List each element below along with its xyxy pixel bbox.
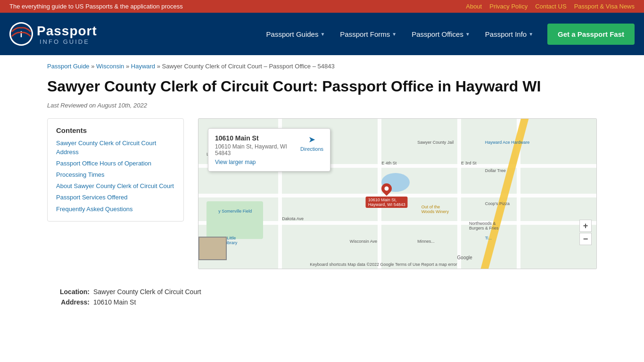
toc-link-processing[interactable]: Processing Times [56, 171, 105, 178]
address-value: 10610 Main St [93, 298, 136, 306]
main-content: Contents Sawyer County Clerk of Circuit … [0, 114, 644, 279]
map-popup-info: 10610 Main St 10610 Main St, Hayward, WI… [215, 134, 296, 165]
street-label-dakota: Dakota Ave [282, 216, 304, 221]
chevron-down-icon: ▼ [392, 32, 396, 37]
top-link-news[interactable]: Passport & Visa News [574, 3, 635, 10]
nav-bar: i Passport INFO GUIDE Passport Guides ▼ … [0, 13, 644, 55]
location-label: Location: [47, 288, 90, 296]
map-marker-area: 10610 Main St,Hayward, WI 54843 [381, 183, 392, 194]
top-bar-tagline: The everything guide to US Passports & t… [9, 3, 183, 10]
poi-somerville: y Somerville Field [218, 209, 252, 214]
nav-passport-info[interactable]: Passport Info ▼ [479, 26, 540, 42]
breadcrumb-hayward[interactable]: Hayward [131, 63, 155, 70]
logo-text-wrap: Passport INFO GUIDE [37, 24, 97, 45]
nav-passport-guides[interactable]: Passport Guides ▼ [260, 26, 332, 42]
road-vertical [457, 119, 461, 269]
list-item: About Sawyer County Clerk of Circuit Cou… [56, 182, 175, 190]
toc-link-services[interactable]: Passport Services Offered [56, 194, 128, 201]
cta-get-passport[interactable]: Get a Passport Fast [547, 24, 635, 45]
top-link-about[interactable]: About [466, 3, 482, 10]
chevron-down-icon: ▼ [320, 32, 325, 37]
logo-info-text: INFO GUIDE [40, 39, 97, 45]
zoom-in-button[interactable]: + [579, 220, 592, 232]
map-address-bubble: 10610 Main St,Hayward, WI 54843 [366, 197, 408, 208]
logo-icon: i [9, 22, 33, 46]
list-item: Frequently Asked Questions [56, 205, 175, 214]
toc-title: Contents [56, 126, 175, 134]
park-area [206, 201, 263, 239]
info-section: Location: Sawyer County Clerk of Circuit… [0, 279, 644, 318]
nav-passport-forms[interactable]: Passport Forms ▼ [333, 26, 403, 42]
breadcrumb-passport-guide[interactable]: Passport Guide [47, 63, 90, 70]
street-label-wisconsin: Wisconsin Ave [350, 239, 377, 244]
address-label: Address: [47, 298, 90, 306]
chevron-down-icon: ▼ [465, 32, 470, 37]
toc-link-faq[interactable]: Frequently Asked Questions [56, 206, 133, 213]
location-value: Sawyer County Clerk of Circuit Court [93, 288, 201, 296]
map-attribution: Keyboard shortcuts Map data ©2022 Google… [310, 262, 457, 267]
breadcrumb-wisconsin[interactable]: Wisconsin [96, 63, 124, 70]
top-link-privacy[interactable]: Privacy Policy [489, 3, 528, 10]
breadcrumb-current: Sawyer County Clerk of Circuit Court – P… [162, 63, 335, 70]
list-item: Processing Times [56, 171, 175, 179]
poi-ace-hardware: Hayward Ace Hardware [485, 140, 530, 145]
nav-passport-offices[interactable]: Passport Offices ▼ [405, 26, 477, 42]
poi-hayward: Ti... [485, 236, 492, 240]
map-marker [380, 181, 394, 196]
toc-link-address[interactable]: Sawyer County Clerk of Circuit Court Add… [56, 140, 156, 155]
map-popup-title: 10610 Main St [215, 134, 296, 142]
breadcrumb: Passport Guide » Wisconsin » Hayward » S… [47, 63, 597, 70]
main-nav: Passport Guides ▼ Passport Forms ▼ Passp… [260, 24, 635, 45]
list-item: Sawyer County Clerk of Circuit Court Add… [56, 139, 175, 156]
map-zoom-controls: + − [579, 220, 592, 245]
poi-winery: Out of theWoods Winery [421, 205, 449, 214]
poi-sawyer-jail: Sawyer County Jail [417, 140, 454, 145]
page-title-area: Sawyer County Clerk of Circuit Court: Pa… [0, 74, 644, 97]
list-item: Passport Services Offered [56, 193, 175, 202]
chevron-down-icon: ▼ [528, 32, 533, 37]
svg-text:i: i [20, 30, 22, 39]
list-item: Passport Office Hours of Operation [56, 159, 175, 168]
top-link-contact[interactable]: Contact US [535, 3, 566, 10]
logo[interactable]: i Passport INFO GUIDE [9, 22, 97, 46]
map-popup-directions[interactable]: ➤ Directions [300, 134, 323, 165]
page-title: Sawyer County Clerk of Circuit Court: Pa… [47, 77, 597, 95]
map-popup: 10610 Main St 10610 Main St, Hayward, WI… [208, 128, 330, 172]
street-label-minnes: Minnes... [417, 239, 435, 244]
toc-box: Contents Sawyer County Clerk of Circuit … [47, 118, 184, 221]
zoom-out-button[interactable]: − [579, 233, 592, 245]
breadcrumb-area: Passport Guide » Wisconsin » Hayward » S… [0, 55, 644, 74]
marker-center [384, 186, 390, 192]
directions-icon: ➤ [308, 134, 315, 145]
map-popup-view-larger[interactable]: View larger map [215, 159, 256, 165]
map-container: 5th St E 4th St E 3rd St Dakota Ave Wisc… [198, 118, 597, 269]
poi-dollar-tree: Dollar Tree [485, 168, 506, 173]
info-row-location: Location: Sawyer County Clerk of Circuit… [47, 288, 597, 296]
info-row-address: Address: 10610 Main St [47, 298, 597, 306]
map-thumbnail [198, 237, 227, 260]
toc-list: Sawyer County Clerk of Circuit Court Add… [56, 139, 175, 213]
road-vertical [378, 119, 381, 269]
google-logo: Google [457, 255, 472, 260]
top-bar-links: About Privacy Policy Contact US Passport… [466, 3, 635, 10]
last-reviewed: Last Reviewed on August 10th, 2022 [0, 97, 644, 114]
logo-passport-text: Passport [37, 24, 97, 39]
directions-label: Directions [300, 146, 323, 152]
toc-link-about[interactable]: About Sawyer County Clerk of Circuit Cou… [56, 182, 174, 189]
toc-link-hours[interactable]: Passport Office Hours of Operation [56, 160, 151, 167]
poi-coops: Coop's Pizza [485, 201, 510, 206]
top-bar: The everything guide to US Passports & t… [0, 0, 644, 13]
poi-northwoods: Northwoods &Burgers & Fries [469, 221, 499, 230]
map-popup-address: 10610 Main St, Hayward, WI 54843 [215, 143, 296, 156]
